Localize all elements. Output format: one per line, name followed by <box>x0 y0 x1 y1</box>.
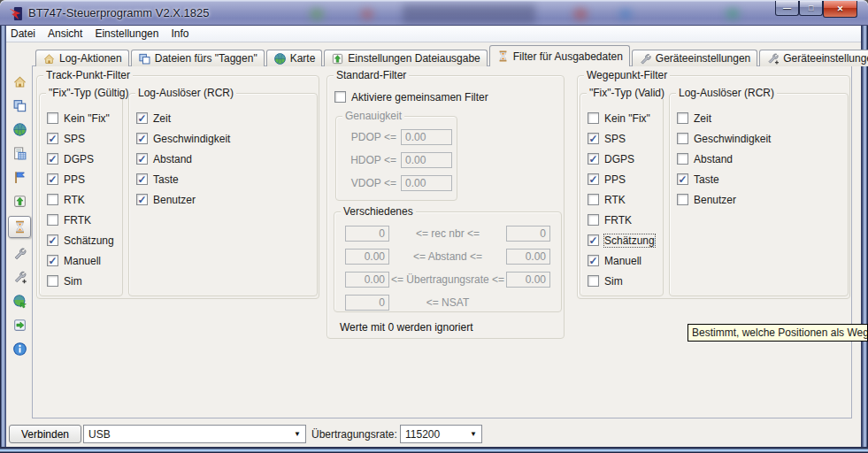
checkbox-label: Kein "Fix" <box>64 112 110 125</box>
hdop-label: HDOP <= <box>345 154 396 166</box>
tab-log-aktionen[interactable]: Log-Aktionen <box>35 50 129 66</box>
close-button[interactable]: ✕ <box>823 1 857 18</box>
waypoint-fix-type-group: "Fix"-Typ (Valid) Kein "Fix"SPSDGPSPPSRT… <box>580 93 664 296</box>
checkbox-label: Taste <box>153 173 179 186</box>
checkbox-frtk[interactable]: FRTK <box>47 210 120 230</box>
uebertragungsrate-min-field[interactable]: 0.00 <box>345 272 389 288</box>
checkbox-geschwindigkeit[interactable]: Geschwindigkeit <box>136 128 315 149</box>
sidebar-wrench-icon[interactable] <box>10 244 29 262</box>
checkbox-label: Abstand <box>153 153 192 165</box>
checkbox-dgps[interactable]: DGPS <box>47 149 120 169</box>
checkbox-sim[interactable]: Sim <box>588 271 661 291</box>
checkbox-taste[interactable]: Taste <box>677 169 846 189</box>
checkbox-kein-fix[interactable]: Kein "Fix" <box>588 108 661 128</box>
connect-button[interactable]: Verbinden <box>9 425 81 443</box>
app-window: BT747-Steuerprogramm V2.X.1825 — □ ✕ Dat… <box>0 0 868 453</box>
checkbox-box <box>47 194 58 205</box>
title-bar[interactable]: BT747-Steuerprogramm V2.X.1825 — □ ✕ <box>0 0 868 26</box>
checkbox-frtk[interactable]: FRTK <box>588 210 661 230</box>
maximize-button[interactable]: □ <box>799 1 823 16</box>
menu-datei[interactable]: Datei <box>4 27 42 41</box>
checkbox-zeit[interactable]: Zeit <box>677 108 846 128</box>
checkbox-manuell[interactable]: Manuell <box>588 250 661 271</box>
checkbox-aktiviere-gemeinsamen-filter[interactable]: Aktiviere gemeinsamen Filter <box>334 87 488 107</box>
checkbox-box <box>677 112 688 124</box>
abstand-max-field[interactable]: 0.00 <box>506 249 550 265</box>
checkbox-sim[interactable]: Sim <box>47 271 120 291</box>
vdop-row: VDOP <=0.00 <box>336 172 457 195</box>
checkbox-schätzung[interactable]: Schätzung <box>588 230 661 250</box>
tab-filter-für-ausgabedaten[interactable]: Filter für Ausgabedaten <box>489 45 630 66</box>
tab-label: Karte <box>290 52 316 65</box>
sidebar-output-icon[interactable] <box>10 192 29 210</box>
group-title: Track-Punkt-Filter <box>43 69 133 81</box>
tab-karte[interactable]: Karte <box>266 50 323 66</box>
rec-nbr-max-field[interactable]: 0 <box>506 226 550 242</box>
tab-geräteeinstellungen-für-profis[interactable]: Geräteeinstellungen für Profis <box>759 50 868 66</box>
output-icon <box>331 52 344 65</box>
baud-rate-select[interactable]: 115200 ▼ <box>400 425 482 443</box>
sidebar-files-icon[interactable] <box>10 96 29 114</box>
rec-nbr-min-field[interactable]: 0 <box>345 226 389 242</box>
checkbox-benutzer[interactable]: Benutzer <box>136 189 315 210</box>
checkbox-dgps[interactable]: DGPS <box>588 149 661 169</box>
menu-einstellungen[interactable]: Einstellungen <box>88 27 165 41</box>
sidebar-flag-icon[interactable] <box>10 168 29 186</box>
checkbox-label: FRTK <box>604 214 632 226</box>
tab-bar: Log-AktionenDateien fürs "Taggen"KarteEi… <box>35 45 868 66</box>
menu-info[interactable]: Info <box>165 27 195 41</box>
sidebar-globe-arrow-icon[interactable] <box>10 292 29 310</box>
checkbox-box <box>677 133 688 144</box>
sidebar-hourglass-icon[interactable] <box>8 216 31 238</box>
checkbox-sps[interactable]: SPS <box>588 128 661 149</box>
sidebar-globe-icon[interactable] <box>10 120 29 138</box>
hdop-field[interactable]: 0.00 <box>401 152 452 168</box>
checkbox-kein-fix[interactable]: Kein "Fix" <box>47 108 120 128</box>
vdop-field[interactable]: 0.00 <box>401 175 452 191</box>
checkbox-manuell[interactable]: Manuell <box>47 250 120 271</box>
checkbox-pps[interactable]: PPS <box>588 169 661 189</box>
sidebar-box-right-icon[interactable] <box>10 316 29 334</box>
tab-dateien-fürs-taggen[interactable]: Dateien fürs "Taggen" <box>131 50 265 66</box>
sidebar-filetable-icon[interactable] <box>10 144 29 162</box>
menu-ansicht[interactable]: Ansicht <box>42 27 88 41</box>
checkbox-zeit[interactable]: Zeit <box>136 108 315 128</box>
checkbox-label: SPS <box>64 133 85 145</box>
chevron-down-icon: ▼ <box>294 430 301 438</box>
sidebar-wrench-plus-icon[interactable] <box>10 268 29 286</box>
checkbox-box <box>588 234 599 246</box>
tab-label: Geräteeinstellungen <box>656 52 750 65</box>
checkbox-abstand[interactable]: Abstand <box>136 149 315 169</box>
checkbox-box <box>588 214 599 226</box>
sidebar-home-icon[interactable] <box>10 73 29 90</box>
checkbox-label: Geschwindigkeit <box>694 133 771 145</box>
checkbox-sps[interactable]: SPS <box>47 128 120 149</box>
uebertragungsrate-row: 0.00<= Übertragungsrate <=0.00 <box>334 268 561 291</box>
window-border-right <box>861 26 868 453</box>
tab-einstellungen-dateiausgabe[interactable]: Einstellungen Dateiausgabe <box>324 50 487 66</box>
checkbox-rtk[interactable]: RTK <box>47 189 120 210</box>
abstand-min-field[interactable]: 0.00 <box>345 249 389 265</box>
checkbox-box <box>136 133 148 144</box>
tab-geräteeinstellungen[interactable]: Geräteeinstellungen <box>632 50 757 66</box>
checkbox-box <box>334 91 346 103</box>
checkbox-pps[interactable]: PPS <box>47 169 120 189</box>
pdop-field[interactable]: 0.00 <box>401 129 452 145</box>
zero-values-note: Werte mit 0 werden ignoriert <box>340 321 473 334</box>
checkbox-benutzer[interactable]: Benutzer <box>677 189 846 210</box>
minimize-button[interactable]: — <box>775 1 799 16</box>
checkbox-taste[interactable]: Taste <box>136 169 315 189</box>
checkbox-schätzung[interactable]: Schätzung <box>47 230 120 250</box>
port-select[interactable]: USB ▼ <box>83 425 306 443</box>
uebertragungsrate-max-field[interactable]: 0.00 <box>506 272 550 288</box>
checkbox-label: Schätzung <box>64 234 114 247</box>
checkbox-rtk[interactable]: RTK <box>588 189 661 210</box>
checkbox-box <box>588 173 599 185</box>
checkbox-box <box>47 214 58 226</box>
sidebar-info-icon[interactable] <box>10 340 29 357</box>
hourglass-icon <box>496 50 510 63</box>
checkbox-abstand[interactable]: Abstand <box>677 149 846 169</box>
nsat-min-field[interactable]: 0 <box>345 295 389 311</box>
checkbox-geschwindigkeit[interactable]: Geschwindigkeit <box>677 128 846 149</box>
checkbox-label: SPS <box>604 133 626 145</box>
